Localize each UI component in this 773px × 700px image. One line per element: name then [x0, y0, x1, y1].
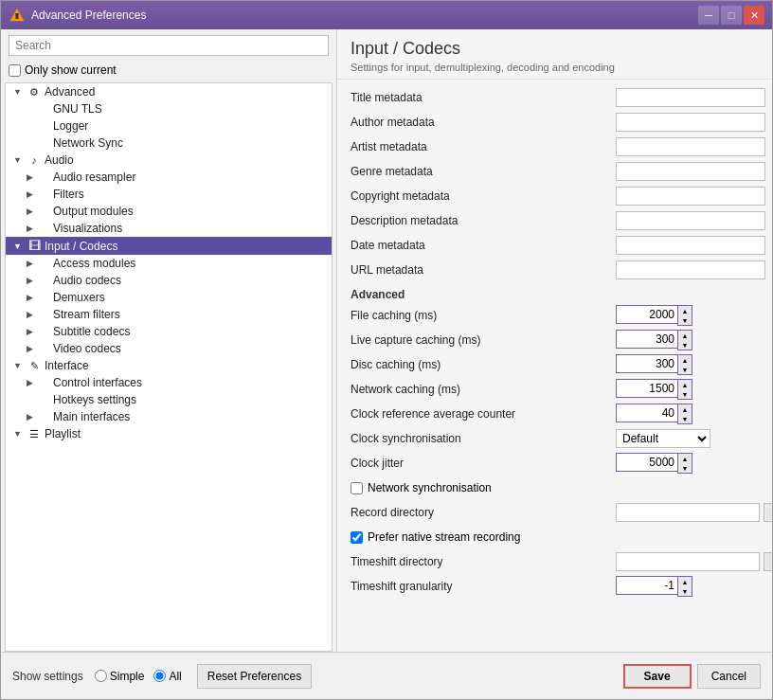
only-show-current-checkbox[interactable]: [9, 64, 21, 77]
sidebar-item-filters[interactable]: ▶ Filters: [6, 186, 332, 203]
artist-metadata-row: Artist metadata: [351, 136, 759, 157]
sidebar-item-label: Control interfaces: [53, 376, 142, 389]
control-interfaces-arrow: ▶: [27, 378, 40, 387]
film-icon: 🎞: [27, 239, 42, 253]
sidebar-item-playlist[interactable]: ▼ ☰ Playlist: [6, 425, 332, 442]
playlist-arrow: ▼: [13, 429, 27, 439]
artist-metadata-input[interactable]: [616, 137, 765, 156]
file-caching-input[interactable]: [616, 305, 677, 324]
network-caching-up[interactable]: ▲: [678, 380, 692, 389]
clock-reference-up[interactable]: ▲: [678, 404, 692, 414]
disc-caching-input[interactable]: [616, 354, 677, 373]
svg-rect-2: [15, 13, 19, 15]
title-bar: Advanced Preferences ─ □ ✕: [1, 1, 772, 29]
svg-rect-1: [16, 14, 19, 19]
reset-preferences-button[interactable]: Reset Preferences: [197, 664, 312, 689]
sidebar-item-network-sync[interactable]: Network Sync: [6, 135, 332, 152]
restore-button[interactable]: □: [721, 6, 742, 25]
sidebar-item-access-modules[interactable]: ▶ Access modules: [6, 255, 332, 272]
copyright-metadata-input[interactable]: [616, 187, 765, 206]
timeshift-directory-label: Timeshift directory: [351, 555, 616, 568]
access-modules-arrow: ▶: [27, 259, 40, 268]
sidebar-item-audio-resampler[interactable]: ▶ Audio resampler: [6, 169, 332, 186]
sidebar-item-label: Input / Codecs: [45, 240, 117, 253]
close-button[interactable]: ✕: [744, 6, 764, 25]
clock-jitter-down[interactable]: ▼: [678, 463, 692, 473]
sidebar-item-gnu-tls[interactable]: GNU TLS: [6, 100, 332, 117]
live-capture-up[interactable]: ▲: [678, 331, 692, 340]
record-directory-browse-button[interactable]: Browse...: [764, 503, 772, 522]
sidebar-item-hotkeys-settings[interactable]: Hotkeys settings: [6, 391, 332, 408]
timeshift-directory-browse-button[interactable]: Browse...: [764, 552, 772, 571]
author-metadata-row: Author metadata: [351, 112, 759, 133]
sidebar-item-subtitle-codecs[interactable]: ▶ Subtitle codecs: [6, 323, 332, 340]
record-directory-label: Record directory: [351, 506, 616, 519]
sidebar-item-audio-codecs[interactable]: ▶ Audio codecs: [6, 272, 332, 289]
file-caching-down[interactable]: ▼: [678, 315, 692, 325]
sidebar-item-demuxers[interactable]: ▶ Demuxers: [6, 289, 332, 306]
timeshift-granularity-up[interactable]: ▲: [678, 577, 692, 586]
network-sync-checkbox[interactable]: [351, 482, 363, 494]
advanced-section-title: Advanced: [351, 288, 759, 301]
clock-sync-dropdown[interactable]: Default None Average: [616, 429, 710, 448]
subtitle-codecs-arrow: ▶: [27, 327, 40, 336]
sidebar-item-main-interfaces[interactable]: ▶ Main interfaces: [6, 408, 332, 425]
tree-view: ▼ ⚙ Advanced GNU TLS Logger Ne: [5, 82, 333, 652]
main-panel: Input / Codecs Settings for input, demul…: [337, 29, 772, 652]
sidebar-item-stream-filters[interactable]: ▶ Stream filters: [6, 306, 332, 323]
sidebar-item-advanced[interactable]: ▼ ⚙ Advanced: [6, 83, 332, 100]
file-caching-up[interactable]: ▲: [678, 306, 692, 315]
network-caching-label: Network caching (ms): [351, 383, 616, 396]
live-capture-down[interactable]: ▼: [678, 340, 692, 350]
record-directory-input[interactable]: [616, 503, 760, 522]
clock-jitter-input[interactable]: [616, 453, 677, 472]
clock-reference-input[interactable]: [616, 404, 677, 422]
sidebar-item-audio[interactable]: ▼ ♪ Audio: [6, 152, 332, 169]
all-radio-label[interactable]: All: [153, 670, 181, 683]
search-input[interactable]: [9, 35, 329, 56]
disc-caching-spinbox: ▲ ▼: [616, 354, 692, 375]
timeshift-directory-row: Timeshift directory Browse...: [351, 551, 759, 572]
all-radio[interactable]: [153, 670, 166, 682]
audio-arrow: ▼: [13, 155, 27, 165]
main-header: Input / Codecs Settings for input, demul…: [337, 29, 772, 80]
sidebar-item-label: Network Sync: [53, 136, 123, 150]
clock-reference-down[interactable]: ▼: [678, 414, 692, 423]
sidebar: Only show current ▼ ⚙ Advanced GNU TLS: [1, 29, 337, 652]
timeshift-granularity-input[interactable]: [616, 576, 677, 595]
date-metadata-input[interactable]: [616, 236, 765, 255]
simple-radio-label[interactable]: Simple: [95, 670, 145, 683]
sidebar-item-control-interfaces[interactable]: ▶ Control interfaces: [6, 374, 332, 391]
sidebar-item-interface[interactable]: ▼ ✎ Interface: [6, 357, 332, 374]
sidebar-item-logger[interactable]: Logger: [6, 117, 332, 135]
sidebar-item-label: Audio codecs: [53, 274, 121, 287]
timeshift-granularity-row: Timeshift granularity ▲ ▼: [351, 576, 759, 597]
sidebar-item-output-modules[interactable]: ▶ Output modules: [6, 203, 332, 220]
live-capture-input[interactable]: [616, 330, 677, 349]
save-button[interactable]: Save: [623, 664, 692, 689]
author-metadata-input[interactable]: [616, 113, 765, 132]
sidebar-item-visualizations[interactable]: ▶ Visualizations: [6, 220, 332, 237]
main-window: Advanced Preferences ─ □ ✕ Only show cur…: [0, 0, 773, 700]
interface-icon: ✎: [27, 360, 42, 372]
url-metadata-input[interactable]: [616, 260, 765, 279]
genre-metadata-input[interactable]: [616, 162, 765, 181]
native-stream-checkbox[interactable]: [351, 531, 363, 544]
sidebar-item-input-codecs[interactable]: ▼ 🎞 Input / Codecs: [6, 237, 332, 255]
clock-jitter-up[interactable]: ▲: [678, 454, 692, 463]
timeshift-granularity-down[interactable]: ▼: [678, 586, 692, 596]
disc-caching-down[interactable]: ▼: [678, 365, 692, 374]
network-caching-down[interactable]: ▼: [678, 389, 692, 399]
timeshift-directory-input[interactable]: [616, 552, 760, 571]
timeshift-granularity-label: Timeshift granularity: [351, 580, 616, 593]
disc-caching-up[interactable]: ▲: [678, 355, 692, 365]
filters-arrow: ▶: [27, 189, 40, 199]
simple-radio[interactable]: [95, 670, 107, 682]
cancel-button[interactable]: Cancel: [697, 664, 761, 689]
title-metadata-input[interactable]: [616, 88, 765, 107]
minimize-button[interactable]: ─: [698, 6, 719, 25]
all-radio-text: All: [169, 670, 181, 683]
sidebar-item-video-codecs[interactable]: ▶ Video codecs: [6, 340, 332, 357]
description-metadata-input[interactable]: [616, 211, 765, 230]
network-caching-input[interactable]: [616, 379, 677, 398]
